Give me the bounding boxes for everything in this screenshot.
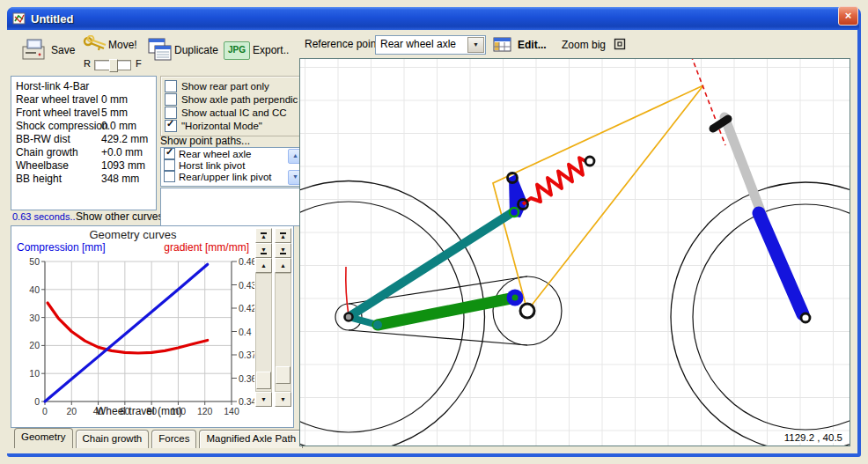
scroll-up-icon[interactable]: ▲ xyxy=(255,258,272,273)
scroll-thumb[interactable] xyxy=(256,372,271,389)
edit-table-icon[interactable] xyxy=(493,37,511,53)
checkbox-box[interactable] xyxy=(165,80,177,92)
slider-rear-label: R xyxy=(84,58,91,69)
checkbox-show-actual-ic-cc[interactable]: Show actual IC and CC xyxy=(165,106,307,119)
scroll-to-bottom-icon[interactable]: ▼ xyxy=(275,243,291,258)
title-bar[interactable]: Untitled × xyxy=(7,7,859,30)
svg-text:0.46: 0.46 xyxy=(239,256,254,267)
move-keys-icon xyxy=(83,35,107,53)
list-item-rear-wheel-axle[interactable]: ✓ Rear wheel axle xyxy=(161,148,304,159)
geometry-curves-panel: Geometry curves Compression [mm] gradien… xyxy=(11,225,294,428)
checkbox-horizontal-mode[interactable]: ✓ "Horizontal Mode" xyxy=(165,119,307,132)
svg-text:0.43: 0.43 xyxy=(239,280,254,291)
steering-axis xyxy=(691,59,725,145)
svg-text:20: 20 xyxy=(29,340,40,350)
dropdown-arrow-icon[interactable]: ▼ xyxy=(467,37,484,53)
slider-front-label: F xyxy=(136,58,142,69)
checkbox-box[interactable] xyxy=(164,171,175,182)
point-paths-list: ✓ Rear wheel axle Horst link pivot Rear/… xyxy=(160,147,305,187)
checkbox-box[interactable] xyxy=(165,107,177,119)
save-button[interactable]: Save xyxy=(51,44,75,56)
svg-text:50: 50 xyxy=(29,256,40,267)
tab-magnified-axle-path[interactable]: Magnified Axle Path xyxy=(199,430,303,448)
desktop: { "window": { "title": "Untitled", "clos… xyxy=(0,0,868,464)
display-options-group: Show rear part only Show axle path perpe… xyxy=(160,76,308,136)
curve-tabs: Geometry Chain growth Forces Magnified A… xyxy=(14,430,303,448)
fork-stanchion xyxy=(725,117,762,216)
edit-button[interactable]: Edit... xyxy=(518,39,547,51)
checkbox-show-rear-part-only[interactable]: Show rear part only xyxy=(165,79,307,92)
geometry-chart: 010203040500204060801001201400.460.430.4… xyxy=(11,253,254,429)
scroll-up-icon[interactable]: ▲ xyxy=(275,258,291,273)
checkbox-box[interactable]: ✓ xyxy=(165,120,177,132)
svg-text:0.37: 0.37 xyxy=(239,350,254,360)
chart-scrollbar-left: ▲ ▼ ▲ ▼ xyxy=(255,228,272,407)
chart-right-axis-label: gradient [mm/mm] xyxy=(11,241,249,254)
save-icon xyxy=(21,39,48,62)
move-button[interactable]: Move! xyxy=(108,39,137,51)
svg-text:30: 30 xyxy=(29,313,40,323)
duplicate-icon xyxy=(148,38,172,62)
tab-geometry[interactable]: Geometry xyxy=(14,428,73,448)
client-area: Save Move! R F Duplicate JPG Export.. xyxy=(7,30,854,453)
scroll-to-bottom-icon[interactable]: ▼ xyxy=(255,243,272,258)
linkage-drawing xyxy=(300,59,850,446)
scroll-to-top-icon[interactable]: ▲ xyxy=(275,228,291,243)
axle-path-curve xyxy=(346,267,349,315)
checkbox-box[interactable] xyxy=(164,159,175,171)
duplicate-button[interactable]: Duplicate xyxy=(174,44,218,56)
scroll-down-icon[interactable]: ▼ xyxy=(255,392,272,407)
list-item-horst-link-pivot[interactable]: Horst link pivot xyxy=(161,159,304,171)
scroll-to-top-icon[interactable]: ▲ xyxy=(255,228,272,243)
tab-forces[interactable]: Forces xyxy=(151,430,196,448)
scroll-down-icon[interactable]: ▼ xyxy=(275,392,291,407)
checkbox-show-axle-path-perpendicular[interactable]: Show axle path perpendic xyxy=(165,92,307,106)
svg-text:0: 0 xyxy=(42,406,48,416)
reference-point-select[interactable]: Rear wheel axle ▼ xyxy=(375,35,486,55)
empty-list-box xyxy=(160,188,305,226)
window-title: Untitled xyxy=(31,12,73,26)
fork-lower xyxy=(759,213,803,314)
tab-chain-growth[interactable]: Chain growth xyxy=(76,430,150,448)
travel-slider[interactable] xyxy=(94,60,131,70)
svg-text:10: 10 xyxy=(29,368,40,379)
reference-point-label: Reference point: xyxy=(305,38,382,50)
solve-time-status: 0.63 seconds.. xyxy=(12,211,76,222)
show-other-curves-label[interactable]: Show other curves: xyxy=(76,210,166,223)
rear-axle[interactable] xyxy=(345,313,353,321)
zoom-fit-icon[interactable] xyxy=(613,37,627,51)
svg-text:140: 140 xyxy=(224,406,239,416)
cursor-coordinates: 1129.2 , 40.5 xyxy=(783,432,844,443)
list-item-rear-upper-link-pivot[interactable]: Rear/upper link pivot xyxy=(161,171,304,182)
jpg-icon: JPG xyxy=(224,41,250,60)
chart-title: Geometry curves xyxy=(11,228,254,241)
app-window: Untitled × Save Move! R F xyxy=(7,7,861,457)
svg-text:0.4: 0.4 xyxy=(239,327,252,337)
scroll-track[interactable] xyxy=(275,273,291,392)
app-icon[interactable] xyxy=(12,11,26,26)
scroll-thumb[interactable] xyxy=(276,366,291,384)
main-pivot-center xyxy=(512,295,519,301)
close-button[interactable]: × xyxy=(838,6,858,26)
svg-text:0.42: 0.42 xyxy=(239,303,254,313)
jpg-export-button[interactable]: Export.. xyxy=(253,44,289,56)
travel-slider-thumb[interactable] xyxy=(109,59,118,72)
svg-text:0.34: 0.34 xyxy=(239,396,254,407)
svg-text:0.36: 0.36 xyxy=(239,373,254,384)
linkage-canvas[interactable]: 1129.2 , 40.5 xyxy=(299,58,850,446)
scroll-track[interactable] xyxy=(255,273,272,392)
zoom-big-button[interactable]: Zoom big xyxy=(562,39,606,51)
checkbox-box[interactable] xyxy=(165,93,177,106)
parameters-panel: Horst-link 4-Bar Rear wheel travel0 mm F… xyxy=(11,76,157,210)
shock-upper-mount[interactable] xyxy=(585,157,594,166)
horst-link-pivot[interactable] xyxy=(373,320,382,329)
svg-text:0: 0 xyxy=(34,396,40,407)
checkbox-box[interactable]: ✓ xyxy=(164,148,175,159)
front-axle[interactable] xyxy=(801,313,810,322)
chart-x-axis-label: Wheel travel (mm) xyxy=(64,405,214,417)
chart-scrollbar-right: ▲ ▼ ▲ ▼ xyxy=(275,228,291,407)
show-point-paths-label: Show point paths... xyxy=(160,135,250,147)
bottom-bracket[interactable] xyxy=(520,304,534,318)
svg-text:40: 40 xyxy=(29,284,40,295)
